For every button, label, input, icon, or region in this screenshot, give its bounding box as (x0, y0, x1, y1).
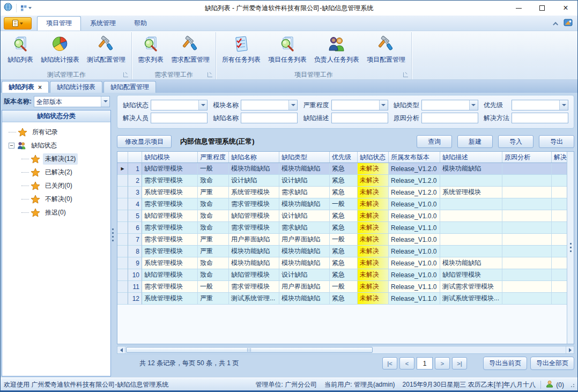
panel-splitter[interactable] (111, 94, 115, 376)
ribbon-tab-项目管理[interactable]: 项目管理 (37, 16, 81, 31)
dialog-launcher-icon[interactable] (208, 72, 212, 77)
grid-header-解决方法[interactable]: 解决方法 (552, 152, 567, 162)
ribbon-button-项目任务列表[interactable]: 项目任务列表 (264, 33, 310, 65)
messages-user-icon[interactable] (546, 380, 553, 389)
table-row[interactable]: 9系统管理模块致命模块功能缺陷模块功能缺陷紧急未解决Release_V1.0.0… (117, 257, 567, 269)
collapse-expander-icon[interactable] (9, 143, 14, 149)
ribbon-button-测试配置管理[interactable]: 测试配置管理 (83, 33, 129, 65)
window-layout-icon[interactable] (20, 5, 32, 12)
modify-display-items-button[interactable]: 修改显示项目 (117, 135, 172, 148)
table-row[interactable]: 2需求管理模块致命设计缺陷设计缺陷紧急未解决Release_V1.2.0 (117, 175, 567, 187)
table-row[interactable]: 4需求管理模块致命需求管理模块模块功能缺陷一般未解决Release_V1.0.0 (117, 198, 567, 210)
chevron-down-icon[interactable] (559, 100, 568, 110)
filter-select-严重程度[interactable] (331, 100, 388, 110)
grid-header-缺陷状态[interactable]: 缺陷状态 (358, 152, 389, 162)
tree-item-未解决(12)[interactable]: 未解决(12) (5, 152, 109, 166)
last-page-button[interactable]: >| (452, 357, 467, 369)
action-button-导入[interactable]: 导入 (498, 135, 533, 148)
scroll-left-button[interactable] (117, 346, 125, 353)
filter-input-解决人员[interactable] (151, 113, 208, 123)
table-row[interactable]: 5缺陷管理模块致命缺陷管理模块设计缺陷紧急未解决Release_V1.0.0 (117, 210, 567, 222)
tree-item-所有记录[interactable]: 所有记录 (5, 125, 109, 139)
action-button-查询[interactable]: 查询 (417, 135, 452, 148)
action-button-新建[interactable]: 新建 (457, 135, 493, 148)
grid-vertical-scrollbar[interactable] (567, 152, 574, 344)
version-select[interactable]: 全部版本 (34, 96, 110, 107)
grid-header-所属发布版本[interactable]: 所属发布版本 (389, 152, 440, 162)
dialog-launcher-icon[interactable] (403, 72, 408, 77)
skin-gallery-icon[interactable] (564, 18, 573, 29)
table-row[interactable]: ▶1缺陷管理模块一般模块功能缺陷模块功能缺陷紧急未解决Release_V1.2.… (117, 163, 567, 175)
table-row[interactable]: 10缺陷管理模块致命缺陷管理模块设计缺陷紧急未解决Release_V1.0.0缺… (117, 269, 567, 281)
dialog-launcher-icon[interactable] (123, 72, 128, 77)
filter-select-缺陷状态[interactable] (151, 100, 208, 110)
tree-item-已解决(2)[interactable]: 已解决(2) (5, 166, 109, 179)
maximize-button[interactable] (530, 1, 554, 16)
ribbon-button-需求列表[interactable]: 需求列表 (134, 33, 167, 65)
ribbon-button-所有任务列表[interactable]: 所有任务列表 (218, 33, 264, 65)
document-tab-缺陷列表[interactable]: 缺陷列表× (2, 81, 49, 93)
cell-原因分析 (502, 246, 552, 257)
tree-item-不解决(0)[interactable]: 不解决(0) (5, 193, 109, 206)
table-row[interactable]: 6需求管理模块致命需求管理模块需求缺陷紧急未解决Release_V1.1.0 (117, 222, 567, 234)
grid-header-优先级[interactable]: 优先级 (330, 152, 358, 162)
chevron-down-icon[interactable] (469, 100, 478, 110)
chevron-down-icon[interactable] (101, 97, 109, 107)
scrollbar-track[interactable] (125, 346, 566, 353)
tree-item-推迟(0)[interactable]: 推迟(0) (5, 206, 109, 219)
filter-input-原因分析[interactable] (421, 113, 478, 123)
tab-close-icon[interactable]: × (38, 84, 42, 91)
filter-select-缺陷类型[interactable] (421, 100, 478, 110)
page-number-input[interactable] (417, 357, 433, 369)
ribbon-button-缺陷列表[interactable]: 缺陷列表 (4, 33, 37, 65)
filter-input-解决方法[interactable] (512, 113, 568, 123)
tree-item-已关闭(0)[interactable]: 已关闭(0) (5, 179, 109, 193)
cell-缺陷名称: 测试系统管理... (229, 293, 279, 305)
filter-field-严重程度: 严重程度 (303, 100, 388, 110)
collapse-ribbon-icon[interactable] (553, 21, 558, 27)
grid-header-缺陷模块[interactable]: 缺陷模块 (142, 152, 198, 162)
tree-item-缺陷状态[interactable]: 缺陷状态 (5, 139, 109, 152)
chevron-down-icon[interactable] (198, 100, 207, 110)
filter-input-缺陷名称[interactable] (241, 113, 298, 123)
action-button-导出[interactable]: 导出 (539, 135, 574, 148)
filter-select-模块名称[interactable] (241, 100, 298, 110)
chevron-down-icon[interactable] (288, 100, 297, 110)
ribbon-tab-帮助[interactable]: 帮助 (125, 16, 156, 31)
document-tab-strip: 缺陷列表×缺陷统计报表缺陷配置管理 (1, 80, 577, 93)
ribbon-button-负责人任务列表[interactable]: 负责人任务列表 (310, 33, 363, 65)
table-row[interactable]: 11需求管理模块一般需求管理模块用户界面缺陷一般未解决Release_V1.1.… (117, 281, 567, 293)
export-all-pages-button[interactable]: 导出全部页 (530, 357, 574, 370)
ribbon-button-项目配置管理[interactable]: 项目配置管理 (363, 33, 409, 65)
scrollbar-thumb[interactable] (126, 347, 373, 353)
document-tab-缺陷配置管理[interactable]: 缺陷配置管理 (103, 81, 156, 93)
app-menu-button[interactable] (4, 17, 32, 29)
document-tab-缺陷统计报表[interactable]: 缺陷统计报表 (50, 81, 102, 93)
ribbon-tab-系统管理[interactable]: 系统管理 (81, 16, 125, 31)
grid-header-严重程度[interactable]: 严重程度 (198, 152, 229, 162)
next-page-button[interactable]: > (435, 357, 450, 369)
first-page-button[interactable]: |< (382, 357, 397, 369)
grid-horizontal-scrollbar[interactable] (117, 346, 574, 354)
chevron-down-icon[interactable] (379, 100, 388, 110)
prev-page-button[interactable]: < (399, 357, 414, 369)
ribbon-button-需求配置管理[interactable]: 需求配置管理 (167, 33, 213, 65)
resize-grip-icon[interactable] (569, 382, 574, 387)
close-button[interactable]: × (554, 1, 577, 16)
table-row[interactable]: 8需求管理模块严重模块功能缺陷模块功能缺陷紧急未解决Release_V1.0.0 (117, 246, 567, 257)
filter-select-优先级[interactable] (512, 100, 568, 110)
star-icon (30, 168, 41, 177)
minimize-button[interactable] (507, 1, 530, 16)
table-row[interactable]: 7需求管理模块严重用户界面缺陷用户界面缺陷一般未解决Release_V1.0.0 (117, 234, 567, 246)
grid-header-缺陷描述[interactable]: 缺陷描述 (440, 152, 502, 162)
tree-item-label: 推迟(0) (43, 207, 68, 218)
filter-input-缺陷描述[interactable] (331, 113, 388, 123)
table-row[interactable]: 3系统管理模块严重系统管理模块需求缺陷紧急未解决Release_V1.2.0系统… (117, 187, 567, 198)
grid-header-缺陷类型[interactable]: 缺陷类型 (279, 152, 330, 162)
ribbon-button-缺陷统计报表[interactable]: 缺陷统计报表 (37, 33, 83, 65)
grid-header-缺陷名称[interactable]: 缺陷名称 (229, 152, 279, 162)
grid-header-原因分析[interactable]: 原因分析 (502, 152, 552, 162)
export-current-page-button[interactable]: 导出当前页 (483, 357, 527, 370)
scroll-right-button[interactable] (566, 346, 574, 353)
table-row[interactable]: 12系统管理模块严重测试系统管理...模块功能缺陷紧急未解决Release_V1… (117, 293, 567, 305)
